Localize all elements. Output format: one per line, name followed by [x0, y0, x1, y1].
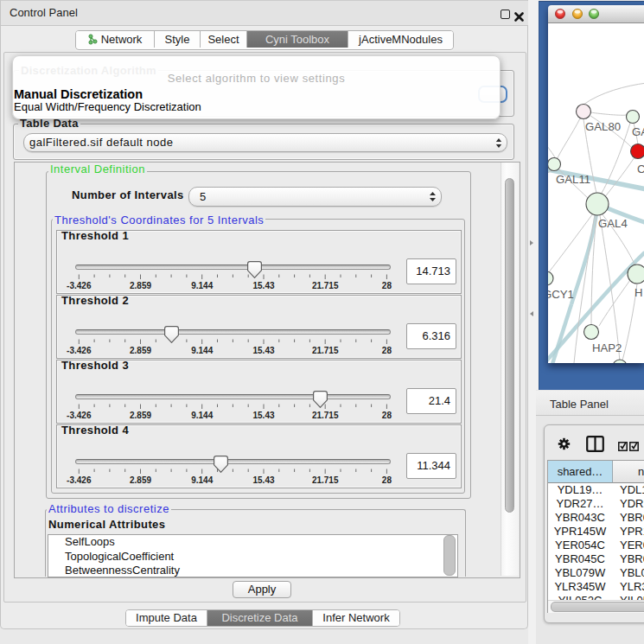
svg-text:H: H — [634, 286, 643, 299]
svg-text:GAL11: GAL11 — [556, 173, 590, 186]
svg-text:GAL…: GAL… — [632, 125, 644, 138]
svg-text:HAP2: HAP2 — [592, 341, 622, 354]
svg-text:GAL4: GAL4 — [598, 217, 628, 230]
svg-text:GCY1: GCY1 — [548, 288, 574, 301]
svg-text:C: C — [637, 163, 644, 175]
svg-text:GAL80: GAL80 — [585, 120, 621, 133]
